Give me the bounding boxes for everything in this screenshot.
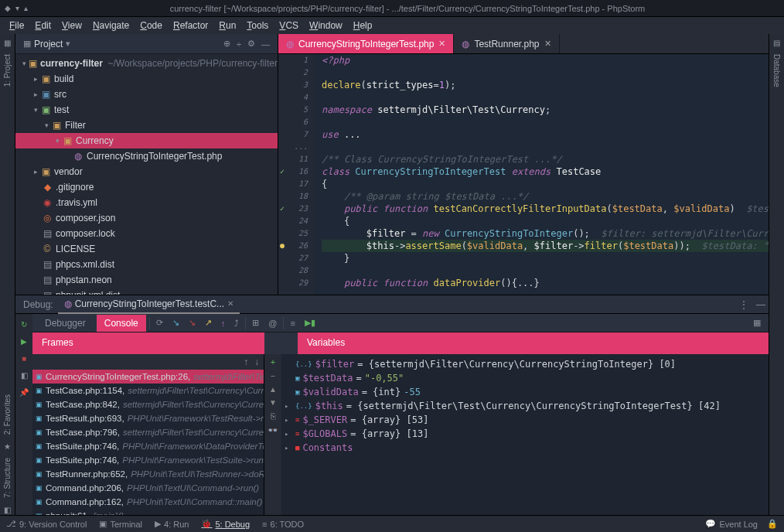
more-icon[interactable]: ⋮ [739,299,748,310]
dropdown-icon[interactable]: ▾ [63,39,73,49]
tree-file-test[interactable]: ◍CurrencyStringToIntegerTest.php [15,148,278,164]
hide-icon[interactable]: — [756,299,765,310]
editor-code[interactable]: <?php declare(strict_types=1); namespace… [314,54,769,295]
evaluate-icon[interactable]: ⊞ [249,318,262,328]
variable-row[interactable]: {..} $filter = {settermjd\Filter\Currenc… [285,357,765,371]
project-rail-label[interactable]: 1: Project [3,51,12,90]
tree-file-phpunit[interactable]: ▤phpunit.xml.dist [15,288,278,295]
stack-frame[interactable]: ▣CurrencyStringToIntegerTest.php:26, set… [32,370,264,384]
variable-row[interactable]: ▸≡ $GLOBALS = {array} [13] [285,427,765,441]
tree-root[interactable]: ▾▣ currency-filter ~/Workspace/projects/… [15,56,278,71]
editor-tab[interactable]: ◍CurrencyStringToIntegerTest.php✕ [278,34,454,53]
menu-edit[interactable]: Edit [30,19,56,32]
step-into-icon[interactable]: ↘ [169,318,182,328]
tree-file-phpstan[interactable]: ▤phpstan.neon [15,272,278,288]
database-rail-icon[interactable]: ▤ [772,37,782,48]
variable-row[interactable]: ▸≡ $_SERVER = {array} [53] [285,413,765,427]
frames-header[interactable]: Frames [32,332,264,354]
tree-file-phpcs[interactable]: ▤phpcs.xml.dist [15,257,278,272]
view-breakpoints-button[interactable]: ◧ [19,370,29,380]
maximize-icon[interactable]: ▴ [24,4,28,12]
status-debug[interactable]: 🐞5: Debug [201,519,250,529]
lock-icon[interactable]: 🔒 [767,519,778,529]
resume-button[interactable]: ↻ [19,319,29,329]
add-watch-icon[interactable]: + [271,357,275,367]
structure-rail-label[interactable]: 7: Structure [3,455,12,501]
up-icon[interactable]: ▲ [269,385,277,394]
frames-list[interactable]: ▣CurrencyStringToIntegerTest.php:26, set… [32,370,264,515]
tree-folder-build[interactable]: ▸▣build [15,71,278,87]
stack-frame[interactable]: ▣Command.php:162, PHPUnit\TextUI\Command… [32,495,264,509]
gear-icon[interactable]: ⚙ [244,39,258,49]
project-rail-icon[interactable]: ▦ [2,37,13,48]
step-out-icon[interactable]: ↗ [202,318,215,328]
editor-tab[interactable]: ◍TestRunner.php✕ [454,34,559,53]
editor[interactable]: 1234567...11✓161718✓232425●26272829...56… [278,54,769,295]
copy-icon[interactable]: ⎘ [271,411,276,421]
tree-file-composer-lock[interactable]: ▤composer.lock [15,226,278,241]
force-step-into-icon[interactable]: ↘ [186,318,199,328]
variable-row[interactable]: ▣ $testData = "-0,55" [285,371,765,385]
frame-down-icon[interactable]: ↓ [254,356,259,367]
status-todo[interactable]: ≡6: TODO [262,520,304,529]
tree-folder-test[interactable]: ▾▣test [15,102,278,118]
structure-rail-icon[interactable]: ◧ [2,504,13,515]
tree-file-composer-json[interactable]: ◎composer.json [15,210,278,226]
menu-window[interactable]: Window [305,19,347,32]
pin-button[interactable]: 📌 [19,387,29,397]
drop-frame-icon[interactable]: ⤴ [231,319,242,328]
tree-folder-filter[interactable]: ▾▣Filter [15,118,278,133]
event-log[interactable]: 💬Event Log [705,519,758,529]
stack-frame[interactable]: ▣Command.php:206, PHPUnit\TextUI\Command… [32,481,264,495]
layout-icon[interactable]: ▦ [750,318,764,328]
variables-header[interactable]: Variables [298,332,769,354]
status-run[interactable]: ▶4: Run [155,519,189,529]
menu-code[interactable]: Code [135,19,167,32]
watch-icon[interactable]: @ [265,319,280,328]
close-icon[interactable]: ✕ [438,39,445,49]
remove-watch-icon[interactable]: − [271,371,275,380]
stack-frame[interactable]: ▣TestRunner.php:652, PHPUnit\TextUI\Test… [32,467,264,481]
menu-navigate[interactable]: Navigate [88,19,134,32]
variable-row[interactable]: ▣ $validData = {int} -55 [285,385,765,399]
tree-folder-vendor[interactable]: ▸▣vendor [15,164,278,179]
favorites-rail-icon[interactable]: ★ [2,441,13,452]
menu-tools[interactable]: Tools [242,19,273,32]
tree-folder-src[interactable]: ▸▣src [15,87,278,102]
tree-folder-currency[interactable]: ▾▣Currency [15,133,278,148]
stack-frame[interactable]: ▣TestCase.php:842, settermjd\Filter\Test… [32,397,264,411]
variable-row[interactable]: ▸{..} $this = {settermjd\Filter\Test\Cur… [285,399,765,413]
step-over-icon[interactable]: ⟳ [153,318,166,328]
stack-frame[interactable]: ▣phpunit:61, {main}() [32,509,264,515]
run-to-cursor-icon[interactable]: ↑ [218,319,229,328]
minimize-icon[interactable]: ▾ [15,4,19,12]
menu-view[interactable]: View [57,19,87,32]
down-icon[interactable]: ▼ [269,398,277,407]
close-icon[interactable]: ✕ [227,299,233,308]
editor-gutter[interactable]: 1234567...11✓161718✓232425●26272829...56… [278,54,314,295]
menu-run[interactable]: Run [214,19,240,32]
close-icon[interactable]: ✕ [544,39,551,49]
stop-button[interactable]: ■ [19,353,29,363]
hide-icon[interactable]: — [258,39,273,49]
stack-frame[interactable]: ▣TestSuite.php:746, PHPUnit\Framework\Te… [32,453,264,467]
variables-panel[interactable]: {..} $filter = {settermjd\Filter\Currenc… [281,354,769,515]
stack-frame[interactable]: ▣TestSuite.php:746, PHPUnit\Framework\Da… [32,439,264,453]
menu-vcs[interactable]: VCS [274,19,303,32]
status-terminal[interactable]: ▣Terminal [99,519,142,529]
menu-refactor[interactable]: Refactor [169,19,213,32]
resume-program-icon[interactable]: ▶▮ [302,318,319,328]
console-tab[interactable]: Console [97,315,146,332]
database-rail-label[interactable]: Database [772,51,781,90]
status-vcs[interactable]: ⎇9: Version Control [6,519,87,529]
menu-help[interactable]: Help [349,19,377,32]
favorites-rail-label[interactable]: 2: Favorites [3,391,12,438]
variable-row[interactable]: ▸■ Constants [285,441,765,455]
settings-icon[interactable]: ≡ [287,319,298,328]
stack-frame[interactable]: ▣TestCase.php:796, settermjd\Filter\Test… [32,425,264,439]
debugger-tab[interactable]: Debugger [37,315,94,332]
menu-file[interactable]: File [5,19,29,32]
tree-file-travis[interactable]: ◉.travis.yml [15,195,278,210]
glasses-icon[interactable]: 👓 [268,425,278,435]
frame-up-icon[interactable]: ↑ [244,356,248,367]
